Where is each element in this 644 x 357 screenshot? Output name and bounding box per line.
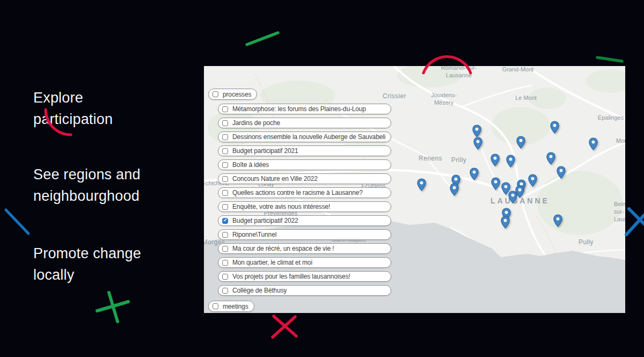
map-pin[interactable] (557, 166, 566, 179)
map-pin[interactable] (473, 137, 482, 150)
filter-item-checkbox[interactable] (222, 232, 228, 238)
filter-item[interactable]: Dessinons ensemble la nouvelle Auberge d… (218, 132, 391, 142)
filter-item-label: Vos projets pour les familles lausannois… (232, 273, 350, 280)
filter-item-label: Ma cour de récré, un espace de vie ! (232, 245, 334, 252)
filter-item[interactable]: Concours Nature en Ville 2022 (218, 173, 391, 184)
filter-item-checkbox[interactable] (222, 148, 228, 154)
filter-item-label: Métamorphose: les forums des Plaines-du-… (232, 105, 366, 113)
map-pin[interactable] (506, 155, 515, 167)
map-pin[interactable] (417, 178, 426, 191)
heading-explore-participation: Explore participation (33, 87, 210, 130)
meetings-checkbox[interactable] (213, 303, 218, 309)
filter-item-label: Mon quartier, le climat et moi (232, 259, 312, 266)
filter-item-label: Collège de Béthusy (232, 287, 287, 294)
filter-item-checkbox[interactable] (222, 204, 228, 210)
meetings-label: meetings (223, 303, 248, 310)
map-pin[interactable] (528, 174, 537, 187)
decor-red-cross (273, 316, 296, 337)
filter-item[interactable]: Riponne\Tunnel (218, 229, 391, 240)
filter-item[interactable]: Mon quartier, le climat et moi (218, 257, 391, 268)
decor-green-line-top (247, 33, 278, 45)
filter-item-checkbox[interactable] (222, 106, 228, 112)
decor-blue-cross-right (626, 209, 644, 235)
filter-item-label: Boîte à idées (232, 161, 269, 169)
filter-item-label: Budget participatif 2021 (232, 147, 298, 155)
filter-group-processes[interactable]: processes (208, 89, 257, 100)
map-pin[interactable] (550, 121, 559, 134)
map-pin[interactable] (472, 125, 481, 137)
map-pin[interactable] (508, 191, 517, 203)
filter-item[interactable]: Ma cour de récré, un espace de vie ! (218, 243, 391, 254)
map-pin[interactable] (553, 214, 562, 227)
filter-item[interactable]: Quelles actions contre le racisme à Laus… (218, 187, 391, 198)
filter-item-checkbox[interactable] (222, 218, 228, 224)
decor-green-cross (97, 293, 128, 322)
filter-item-label: Riponne\Tunnel (232, 231, 276, 238)
processes-label: processes (223, 91, 251, 98)
filter-item-label: Jardins de poche (232, 119, 280, 127)
filter-item-label: Quelles actions contre le racisme à Laus… (232, 189, 363, 196)
decor-green-line-topright (597, 57, 622, 61)
process-filter-list: Métamorphose: les forums des Plaines-du-… (218, 104, 391, 296)
filter-item-checkbox[interactable] (222, 162, 228, 168)
processes-checkbox[interactable] (213, 91, 218, 97)
map-pin[interactable] (546, 152, 555, 165)
decor-blue-line-left (6, 210, 28, 234)
filter-group-meetings[interactable]: meetings (208, 301, 254, 312)
map-pin[interactable] (501, 216, 510, 229)
filter-item[interactable]: Budget participatif 2021 (218, 145, 391, 156)
filter-item-checkbox[interactable] (222, 176, 228, 182)
filter-item[interactable]: Collège de Béthusy (218, 285, 391, 296)
filter-item-label: Enquête, votre avis nous intéresse! (232, 203, 330, 210)
filter-item-checkbox[interactable] (222, 246, 228, 252)
filter-item[interactable]: Jardins de poche (218, 118, 391, 128)
map-pin[interactable] (589, 137, 598, 150)
filter-item[interactable]: Vos projets pour les familles lausannois… (218, 271, 391, 282)
filter-item-label: Budget participatif 2022 (232, 217, 298, 224)
map-pin[interactable] (450, 183, 459, 196)
map-pin[interactable] (516, 136, 525, 149)
heading-see-regions: See regions and neighbourghood (33, 164, 210, 207)
heading-promote-change: Promote change locally (33, 243, 210, 286)
map-panel[interactable]: Romanel-sur- Lausanne Grand-Mont Crissie… (204, 66, 625, 313)
page: { "colors":{ "background":"#04040c","hea… (0, 0, 644, 357)
filter-item[interactable]: Boîte à idées (218, 159, 391, 170)
filter-item-checkbox[interactable] (222, 260, 228, 266)
filter-item-label: Dessinons ensemble la nouvelle Auberge d… (232, 133, 385, 141)
map-pin[interactable] (470, 167, 479, 180)
filter-item-checkbox[interactable] (222, 190, 228, 196)
filter-item[interactable]: Budget participatif 2022 (218, 215, 391, 226)
filter-item-checkbox[interactable] (222, 274, 228, 280)
filter-item-checkbox[interactable] (222, 120, 228, 126)
filter-item[interactable]: Enquête, votre avis nous intéresse! (218, 201, 391, 212)
filter-item-label: Concours Nature en Ville 2022 (232, 175, 318, 183)
filter-item-checkbox[interactable] (222, 134, 228, 140)
map-pin[interactable] (491, 154, 500, 166)
filter-item-checkbox[interactable] (222, 288, 228, 294)
filter-item[interactable]: Métamorphose: les forums des Plaines-du-… (218, 104, 391, 114)
map-pin[interactable] (491, 177, 500, 190)
